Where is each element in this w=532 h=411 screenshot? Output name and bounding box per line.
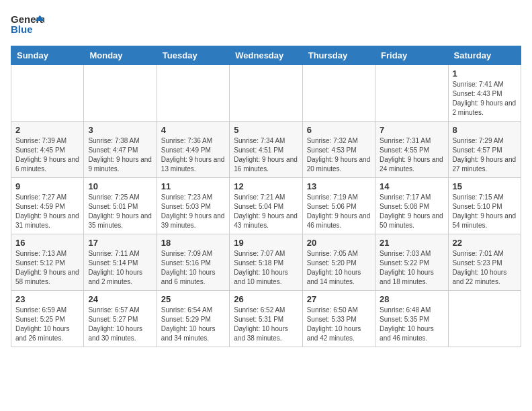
day-info: Sunrise: 7:38 AM Sunset: 4:47 PM Dayligh… [88, 136, 152, 174]
weekday-wednesday: Wednesday [230, 46, 302, 65]
day-info: Sunrise: 7:15 AM Sunset: 5:10 PM Dayligh… [453, 193, 517, 230]
day-info: Sunrise: 7:17 AM Sunset: 5:08 PM Dayligh… [380, 193, 443, 230]
calendar-cell: 16Sunrise: 7:13 AM Sunset: 5:12 PM Dayli… [11, 234, 84, 291]
calendar-cell: 4Sunrise: 7:36 AM Sunset: 4:49 PM Daylig… [157, 122, 229, 178]
calendar-cell: 14Sunrise: 7:17 AM Sunset: 5:08 PM Dayli… [375, 178, 448, 234]
day-info: Sunrise: 7:31 AM Sunset: 4:55 PM Dayligh… [380, 136, 443, 174]
day-number: 26 [234, 294, 298, 304]
calendar-cell: 12Sunrise: 7:21 AM Sunset: 5:04 PM Dayli… [230, 178, 302, 234]
day-info: Sunrise: 7:39 AM Sunset: 4:45 PM Dayligh… [15, 136, 79, 174]
week-row-4: 16Sunrise: 7:13 AM Sunset: 5:12 PM Dayli… [11, 234, 521, 291]
day-info: Sunrise: 7:13 AM Sunset: 5:12 PM Dayligh… [15, 249, 79, 287]
day-info: Sunrise: 7:01 AM Sunset: 5:23 PM Dayligh… [453, 249, 517, 287]
calendar-cell: 20Sunrise: 7:05 AM Sunset: 5:20 PM Dayli… [302, 234, 375, 291]
day-number: 22 [453, 238, 517, 248]
weekday-saturday: Saturday [448, 46, 521, 65]
day-info: Sunrise: 7:11 AM Sunset: 5:14 PM Dayligh… [88, 249, 152, 287]
page-header: General Blue [11, 11, 521, 38]
calendar-cell [375, 65, 448, 122]
calendar-cell: 2Sunrise: 7:39 AM Sunset: 4:45 PM Daylig… [11, 122, 84, 178]
day-info: Sunrise: 6:52 AM Sunset: 5:31 PM Dayligh… [234, 306, 298, 343]
day-info: Sunrise: 7:41 AM Sunset: 4:43 PM Dayligh… [453, 80, 517, 118]
day-info: Sunrise: 7:21 AM Sunset: 5:04 PM Dayligh… [234, 193, 298, 230]
calendar-cell: 27Sunrise: 6:50 AM Sunset: 5:33 PM Dayli… [302, 291, 375, 347]
day-info: Sunrise: 7:36 AM Sunset: 4:49 PM Dayligh… [161, 136, 225, 174]
day-number: 14 [380, 181, 443, 191]
logo-icon: General Blue [11, 11, 44, 38]
calendar-table: SundayMondayTuesdayWednesdayThursdayFrid… [11, 46, 521, 347]
day-number: 23 [15, 294, 79, 304]
calendar-cell: 19Sunrise: 7:07 AM Sunset: 5:18 PM Dayli… [230, 234, 302, 291]
calendar-cell: 1Sunrise: 7:41 AM Sunset: 4:43 PM Daylig… [448, 65, 521, 122]
day-info: Sunrise: 7:25 AM Sunset: 5:01 PM Dayligh… [88, 193, 152, 230]
day-info: Sunrise: 7:23 AM Sunset: 5:03 PM Dayligh… [161, 193, 225, 230]
calendar-cell: 6Sunrise: 7:32 AM Sunset: 4:53 PM Daylig… [302, 122, 375, 178]
week-row-5: 23Sunrise: 6:59 AM Sunset: 5:25 PM Dayli… [11, 291, 521, 347]
day-number: 2 [15, 125, 79, 135]
day-number: 17 [88, 238, 152, 248]
calendar-cell: 9Sunrise: 7:27 AM Sunset: 4:59 PM Daylig… [11, 178, 84, 234]
day-number: 24 [88, 294, 152, 304]
calendar-cell: 23Sunrise: 6:59 AM Sunset: 5:25 PM Dayli… [11, 291, 84, 347]
day-info: Sunrise: 6:48 AM Sunset: 5:35 PM Dayligh… [380, 306, 443, 343]
day-number: 5 [234, 125, 298, 135]
calendar-cell: 28Sunrise: 6:48 AM Sunset: 5:35 PM Dayli… [375, 291, 448, 347]
day-info: Sunrise: 7:03 AM Sunset: 5:22 PM Dayligh… [380, 249, 443, 287]
day-info: Sunrise: 6:59 AM Sunset: 5:25 PM Dayligh… [15, 306, 79, 343]
day-number: 19 [234, 238, 298, 248]
calendar-cell: 7Sunrise: 7:31 AM Sunset: 4:55 PM Daylig… [375, 122, 448, 178]
weekday-tuesday: Tuesday [157, 46, 229, 65]
calendar-cell: 13Sunrise: 7:19 AM Sunset: 5:06 PM Dayli… [302, 178, 375, 234]
calendar-cell: 10Sunrise: 7:25 AM Sunset: 5:01 PM Dayli… [84, 178, 157, 234]
weekday-sunday: Sunday [11, 46, 84, 65]
day-number: 16 [15, 238, 79, 248]
day-number: 13 [307, 181, 371, 191]
day-number: 11 [161, 181, 225, 191]
day-number: 3 [88, 125, 152, 135]
calendar-cell [11, 65, 84, 122]
weekday-monday: Monday [84, 46, 157, 65]
day-number: 8 [453, 125, 517, 135]
svg-text:Blue: Blue [11, 24, 33, 35]
calendar-cell: 11Sunrise: 7:23 AM Sunset: 5:03 PM Dayli… [157, 178, 229, 234]
calendar-cell [448, 291, 521, 347]
calendar-cell: 3Sunrise: 7:38 AM Sunset: 4:47 PM Daylig… [84, 122, 157, 178]
day-info: Sunrise: 7:05 AM Sunset: 5:20 PM Dayligh… [307, 249, 371, 287]
weekday-header-row: SundayMondayTuesdayWednesdayThursdayFrid… [11, 46, 521, 65]
day-info: Sunrise: 7:29 AM Sunset: 4:57 PM Dayligh… [453, 136, 517, 174]
day-number: 21 [380, 238, 443, 248]
day-info: Sunrise: 7:34 AM Sunset: 4:51 PM Dayligh… [234, 136, 298, 174]
day-info: Sunrise: 6:50 AM Sunset: 5:33 PM Dayligh… [307, 306, 371, 343]
calendar-cell: 26Sunrise: 6:52 AM Sunset: 5:31 PM Dayli… [230, 291, 302, 347]
day-number: 25 [161, 294, 225, 304]
day-number: 28 [380, 294, 443, 304]
calendar-cell: 25Sunrise: 6:54 AM Sunset: 5:29 PM Dayli… [157, 291, 229, 347]
calendar-cell: 21Sunrise: 7:03 AM Sunset: 5:22 PM Dayli… [375, 234, 448, 291]
calendar-cell: 18Sunrise: 7:09 AM Sunset: 5:16 PM Dayli… [157, 234, 229, 291]
week-row-3: 9Sunrise: 7:27 AM Sunset: 4:59 PM Daylig… [11, 178, 521, 234]
day-info: Sunrise: 6:54 AM Sunset: 5:29 PM Dayligh… [161, 306, 225, 343]
day-number: 20 [307, 238, 371, 248]
day-number: 4 [161, 125, 225, 135]
weekday-thursday: Thursday [302, 46, 375, 65]
calendar-cell [302, 65, 375, 122]
week-row-1: 1Sunrise: 7:41 AM Sunset: 4:43 PM Daylig… [11, 65, 521, 122]
logo: General Blue [11, 11, 44, 38]
day-number: 9 [15, 181, 79, 191]
day-info: Sunrise: 7:32 AM Sunset: 4:53 PM Dayligh… [307, 136, 371, 174]
day-info: Sunrise: 7:27 AM Sunset: 4:59 PM Dayligh… [15, 193, 79, 230]
day-info: Sunrise: 7:09 AM Sunset: 5:16 PM Dayligh… [161, 249, 225, 287]
day-number: 27 [307, 294, 371, 304]
day-info: Sunrise: 7:19 AM Sunset: 5:06 PM Dayligh… [307, 193, 371, 230]
calendar-cell [84, 65, 157, 122]
day-info: Sunrise: 6:57 AM Sunset: 5:27 PM Dayligh… [88, 306, 152, 343]
day-number: 15 [453, 181, 517, 191]
day-number: 7 [380, 125, 443, 135]
day-info: Sunrise: 7:07 AM Sunset: 5:18 PM Dayligh… [234, 249, 298, 287]
calendar-cell: 5Sunrise: 7:34 AM Sunset: 4:51 PM Daylig… [230, 122, 302, 178]
day-number: 6 [307, 125, 371, 135]
day-number: 10 [88, 181, 152, 191]
day-number: 1 [453, 68, 517, 79]
calendar-cell: 24Sunrise: 6:57 AM Sunset: 5:27 PM Dayli… [84, 291, 157, 347]
calendar-cell: 15Sunrise: 7:15 AM Sunset: 5:10 PM Dayli… [448, 178, 521, 234]
